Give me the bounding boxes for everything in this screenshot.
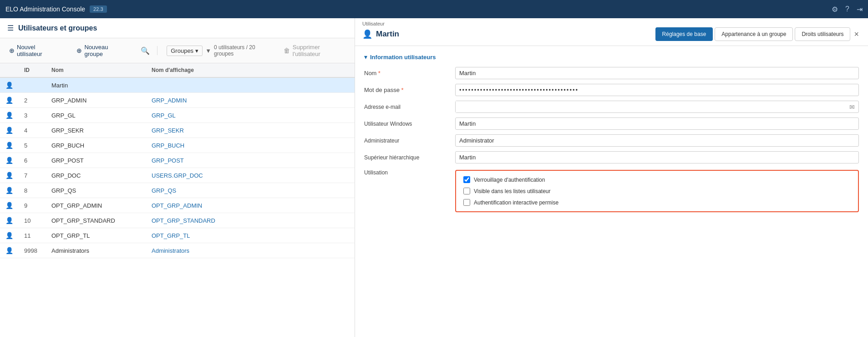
tab-group-membership[interactable]: Appartenance à un groupe [715, 27, 793, 41]
win-user-row: Utilisateur Windows [364, 117, 859, 130]
row-name: GRP_QS [46, 183, 146, 198]
table-row[interactable]: 👤5GRP_BUCHGRP_BUCH [0, 138, 355, 153]
table-header: ID Nom Nom d'affichage [0, 63, 355, 77]
table-row[interactable]: 👤6GRP_POSTGRP_POST [0, 153, 355, 168]
utilisation-row: Utilisation Verrouillage d'authentificat… [364, 168, 859, 212]
hamburger-icon[interactable]: ☰ [7, 24, 14, 32]
groups-dropdown[interactable]: Groupes ▾ [167, 46, 203, 56]
user-icon: 👤 [362, 29, 372, 39]
delete-user-area: 🗑 Supprimer l'utilisateur [284, 44, 349, 57]
table-row[interactable]: 👤2GRP_ADMINGRP_ADMIN [0, 93, 355, 108]
checkbox-label: Visible dans les listes utilisateur [474, 188, 551, 194]
filter-area: Groupes ▾ ▼ 0 utilisateurs / 20 groupes [167, 44, 276, 57]
add-user-icon: ⊕ [9, 47, 15, 54]
help-icon[interactable]: ? [845, 5, 849, 13]
superieur-input[interactable] [455, 151, 859, 163]
row-type-icon: 👤 [0, 153, 19, 168]
table-row[interactable]: 👤8GRP_QSGRP_QS [0, 183, 355, 198]
new-user-button[interactable]: ⊕ Nouvel utilisateur [5, 42, 66, 59]
row-name: Martin [46, 77, 146, 93]
row-type-icon: 👤 [0, 168, 19, 183]
groups-label: Groupes [171, 47, 193, 54]
row-id: 4 [19, 123, 46, 138]
row-type-icon: 👤 [0, 138, 19, 153]
section-header: ▾ Information utilisateurs [364, 53, 859, 61]
toolbar: ⊕ Nouvel utilisateur ⊕ Nouveau groupe 🔍 … [0, 38, 355, 63]
row-id: 6 [19, 153, 46, 168]
table-row[interactable]: 👤7GRP_DOCUSERS.GRP_DOC [0, 168, 355, 183]
left-panel: ☰ Utilisateurs et groupes ⊕ Nouvel utili… [0, 18, 355, 337]
win-user-input[interactable] [455, 117, 859, 130]
row-display: GRP_POST [146, 153, 355, 168]
row-type-icon: 👤 [0, 198, 19, 213]
email-input-wrapper: ✉ [455, 101, 859, 113]
row-display: OPT_GRP_STANDARD [146, 213, 355, 228]
topbar-left: ELO Administration Console 22.3 [5, 5, 107, 13]
email-row: Adresse e-mail ✉ [364, 101, 859, 113]
row-display: GRP_QS [146, 183, 355, 198]
row-display: OPT_GRP_TL [146, 228, 355, 243]
row-name: GRP_GL [46, 108, 146, 123]
delete-user-label: Supprimer l'utilisateur [293, 44, 349, 57]
table-row[interactable]: 👤9998AdministratorsAdministrators [0, 243, 355, 258]
mdp-row: Mot de passe * [364, 84, 859, 96]
table-row[interactable]: 👤Martin [0, 77, 355, 93]
checkbox-2[interactable] [463, 199, 470, 206]
app-version: 22.3 [90, 5, 107, 13]
admin-row: Administrateur [364, 134, 859, 147]
row-id: 9998 [19, 243, 46, 258]
table-row[interactable]: 👤9OPT_GRP_ADMINOPT_GRP_ADMIN [0, 198, 355, 213]
row-name: OPT_GRP_TL [46, 228, 146, 243]
row-name: OPT_GRP_ADMIN [46, 198, 146, 213]
row-id: 10 [19, 213, 46, 228]
user-table-container: ID Nom Nom d'affichage 👤Martin👤2GRP_ADMI… [0, 63, 355, 337]
left-header-title: Utilisateurs et groupes [18, 24, 97, 32]
new-user-label: Nouvel utilisateur [17, 44, 62, 57]
tab-basic-settings[interactable]: Réglages de base [655, 27, 713, 41]
close-button[interactable]: × [852, 28, 861, 41]
mdp-input[interactable] [455, 84, 859, 96]
nom-input[interactable] [455, 67, 859, 79]
nom-row: Nom * [364, 67, 859, 79]
add-group-icon: ⊕ [76, 47, 82, 54]
win-user-label: Utilisateur Windows [364, 121, 455, 127]
filter-icon[interactable]: ▼ [205, 47, 211, 54]
checkbox-label: Verrouillage d'authentification [474, 177, 545, 183]
settings-icon[interactable]: ⚙ [832, 5, 838, 14]
new-group-button[interactable]: ⊕ Nouveau groupe [73, 42, 132, 59]
section-toggle-icon[interactable]: ▾ [364, 53, 367, 61]
table-row[interactable]: 👤3GRP_GLGRP_GL [0, 108, 355, 123]
row-id: 7 [19, 168, 46, 183]
superieur-label: Supérieur hiérarchique [364, 154, 455, 161]
delete-icon: 🗑 [284, 47, 290, 54]
section-title: Information utilisateurs [370, 54, 436, 61]
right-header: Utilisateur 👤 Martin Réglages de base Ap… [355, 18, 868, 46]
table-row[interactable]: 👤10OPT_GRP_STANDARDOPT_GRP_STANDARD [0, 213, 355, 228]
logout-icon[interactable]: ⇥ [857, 5, 863, 14]
checkbox-0[interactable] [463, 176, 470, 183]
left-header: ☰ Utilisateurs et groupes [0, 18, 355, 38]
row-display: GRP_ADMIN [146, 93, 355, 108]
table-row[interactable]: 👤11OPT_GRP_TLOPT_GRP_TL [0, 228, 355, 243]
user-table: ID Nom Nom d'affichage 👤Martin👤2GRP_ADMI… [0, 63, 355, 258]
search-icon[interactable]: 🔍 [141, 46, 150, 55]
table-row[interactable]: 👤4GRP_SEKRGRP_SEKR [0, 123, 355, 138]
checkbox-1[interactable] [463, 188, 470, 194]
checkbox-row: Authentification interactive permise [463, 199, 851, 206]
row-display [146, 77, 355, 93]
toolbar-separator [157, 46, 157, 55]
right-header-tabs: Réglages de base Appartenance à un group… [655, 27, 861, 41]
admin-input[interactable] [455, 134, 859, 147]
row-name: GRP_POST [46, 153, 146, 168]
topbar: ELO Administration Console 22.3 ⚙ ? ⇥ [0, 0, 868, 18]
checkbox-row: Visible dans les listes utilisateur [463, 188, 851, 194]
row-name: GRP_BUCH [46, 138, 146, 153]
row-name: Administrators [46, 243, 146, 258]
row-type-icon: 👤 [0, 213, 19, 228]
nom-required: * [378, 70, 381, 77]
mdp-label: Mot de passe * [364, 87, 455, 93]
tab-user-rights[interactable]: Droits utilisateurs [795, 27, 850, 41]
email-input[interactable] [456, 101, 846, 112]
row-id: 5 [19, 138, 46, 153]
row-name: GRP_ADMIN [46, 93, 146, 108]
